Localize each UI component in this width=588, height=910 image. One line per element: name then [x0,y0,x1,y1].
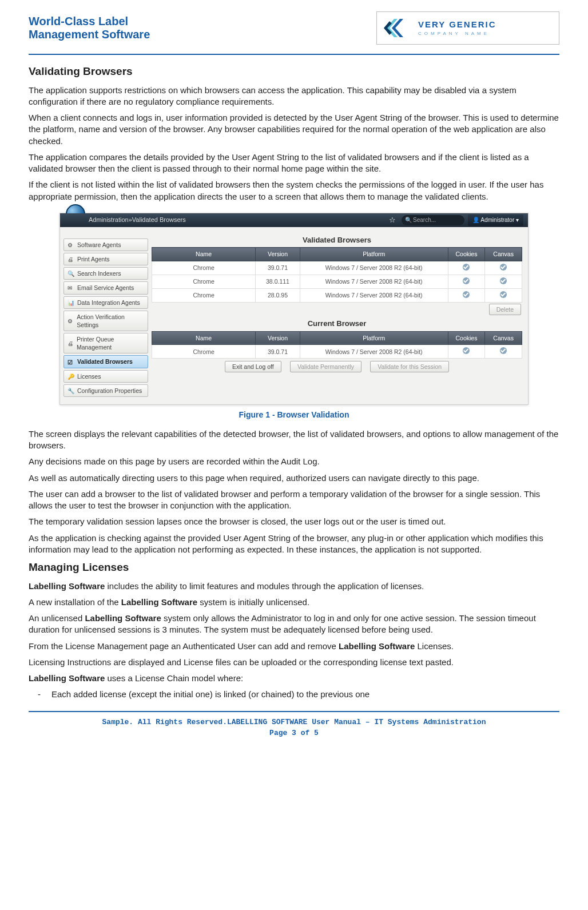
body-paragraph: The temporary validation session lapses … [29,516,559,527]
nav-icon: ⚙ [67,317,74,324]
sidebar-item-validated-browsers[interactable]: ☑Validated Browsers [63,355,148,368]
breadcrumb-current: Validated Browsers [132,216,186,224]
favorite-star-icon[interactable]: ☆ [389,215,396,225]
body-paragraph: The screen displays the relevant capabil… [29,428,559,452]
sidebar-item-label: Validated Browsers [77,357,133,365]
sidebar-item-data-integration-agents[interactable]: 📊Data Integration Agents [63,296,148,309]
body-paragraph: As well as automatically directing users… [29,472,559,484]
column-header[interactable]: Platform [300,248,448,261]
user-menu-label: Administrator ▾ [480,217,519,223]
user-icon: 👤 [472,217,479,223]
table-cell-check [448,261,485,275]
sidebar-item-licenses[interactable]: 🔑Licenses [63,370,148,383]
sidebar-item-search-indexers[interactable]: 🔍Search Indexers [63,267,148,280]
table-row[interactable]: Chrome38.0.111Windows 7 / Server 2008 R2… [152,275,522,288]
footer-line-2: Page 3 of 5 [29,728,559,739]
page-header: World-Class Label Management Software VE… [29,11,559,50]
body-paragraph: Licensing Instructions are displayed and… [29,657,559,668]
sidebar-item-label: Print Agents [77,255,110,263]
logo-text-sub: COMPANY NAME [418,31,552,37]
search-placeholder: Search... [413,217,436,223]
table-row[interactable]: Chrome39.0.71Windows 7 / Server 2008 R2 … [152,261,522,275]
header-divider [29,54,559,55]
nav-icon: 📊 [67,299,74,306]
list-item: Each added license (except the initial o… [51,689,559,700]
body-paragraph: From the License Management page an Auth… [29,641,559,652]
body-paragraph: Labelling Software uses a License Chain … [29,673,559,684]
column-header[interactable]: Version [256,248,300,261]
table-cell: Chrome [152,261,256,275]
brand-line-2: Management Software [29,28,150,41]
table-cell: Windows 7 / Server 2008 R2 (64-bit) [300,275,448,288]
breadcrumb-admin[interactable]: Administration [89,216,129,224]
nav-icon: 🔑 [67,373,74,380]
sidebar-item-print-agents[interactable]: 🖨Print Agents [63,253,148,265]
sidebar-item-configuration-properties[interactable]: 🔧Configuration Properties [63,384,148,397]
check-icon [463,291,470,298]
exit-logoff-button[interactable]: Exit and Log off [225,361,281,372]
table-cell: Windows 7 / Server 2008 R2 (64-bit) [300,288,448,302]
column-header[interactable]: Platform [300,331,448,344]
column-header[interactable]: Name [152,331,256,344]
check-icon [500,277,507,284]
footer-line-1: Sample. All Rights Reserved.LABELLING SO… [29,717,559,728]
check-icon [500,291,507,298]
table-row[interactable]: Chrome28.0.95Windows 7 / Server 2008 R2 … [152,288,522,302]
figure-browser-validation: Administration » Validated Browsers ☆ 🔍 … [29,213,559,405]
brand-line-1: World-Class Label [29,15,128,27]
sidebar-item-printer-queue-management[interactable]: 🖨Printer Queue Management [63,333,148,353]
nav-icon: ⚙ [67,241,74,248]
body-paragraph: The application supports restrictions on… [29,85,559,108]
sidebar-item-label: Search Indexers [77,269,121,277]
sidebar-item-label: Software Agents [77,241,121,249]
figure-caption: Figure 1 - Browser Validation [29,410,559,420]
search-input[interactable]: 🔍 Search... [402,215,464,225]
body-paragraph: Any decisions made on this page by users… [29,456,559,467]
nav-icon: ✉ [67,284,74,291]
validated-browsers-table: NameVersionPlatformCookiesCanvas Chrome3… [152,247,522,303]
validate-session-button[interactable]: Validate for this Session [370,361,449,372]
brand-title: World-Class Label Management Software [29,15,150,41]
sidebar-item-software-agents[interactable]: ⚙Software Agents [63,239,148,251]
sidebar-item-action-verification-settings[interactable]: ⚙Action Verification Settings [63,311,148,331]
sidebar-nav: ⚙Software Agents🖨Print Agents🔍Search Ind… [60,227,152,404]
table-cell-check [448,345,485,359]
body-paragraph: An unlicensed Labelling Software system … [29,613,559,636]
sidebar-item-label: Printer Queue Management [77,335,144,351]
validate-permanently-button[interactable]: Validate Permanently [290,361,361,372]
column-header[interactable]: Canvas [485,248,522,261]
license-chain-list: Each added license (except the initial o… [29,689,559,700]
sidebar-item-label: Email Service Agents [77,284,134,292]
sidebar-item-label: Action Verification Settings [77,313,144,329]
column-header[interactable]: Cookies [448,248,485,261]
table-cell: Chrome [152,345,256,359]
table-cell-check [485,275,522,288]
page-footer: Sample. All Rights Reserved.LABELLING SO… [29,717,559,739]
table-cell: 28.0.95 [256,288,300,302]
table-cell-check [448,275,485,288]
panel-title-validated: Validated Browsers [152,235,522,245]
column-header[interactable]: Canvas [485,331,522,344]
table-row[interactable]: Chrome39.0.71Windows 7 / Server 2008 R2 … [152,345,522,359]
body-paragraph: When a client connects and logs in, user… [29,112,559,147]
nav-icon: 🖨 [67,256,74,263]
screenshot-app-window: Administration » Validated Browsers ☆ 🔍 … [59,213,529,405]
body-paragraph: As the application is checking against t… [29,533,559,556]
user-menu-button[interactable]: 👤 Administrator ▾ [468,214,523,226]
table-cell: Chrome [152,275,256,288]
table-cell-check [485,345,522,359]
table-cell-check [448,288,485,302]
table-cell: Chrome [152,288,256,302]
column-header[interactable]: Name [152,248,256,261]
table-cell: 39.0.71 [256,261,300,275]
check-icon [500,264,507,271]
search-icon: 🔍 [405,216,412,224]
column-header[interactable]: Cookies [448,331,485,344]
body-paragraph: The user can add a browser to the list o… [29,488,559,512]
table-cell: 38.0.111 [256,275,300,288]
current-browser-table: NameVersionPlatformCookiesCanvas Chrome3… [152,331,522,359]
delete-button[interactable]: Delete [489,304,521,315]
body-paragraph: The application compares the details pro… [29,152,559,175]
sidebar-item-email-service-agents[interactable]: ✉Email Service Agents [63,281,148,294]
column-header[interactable]: Version [256,331,300,344]
